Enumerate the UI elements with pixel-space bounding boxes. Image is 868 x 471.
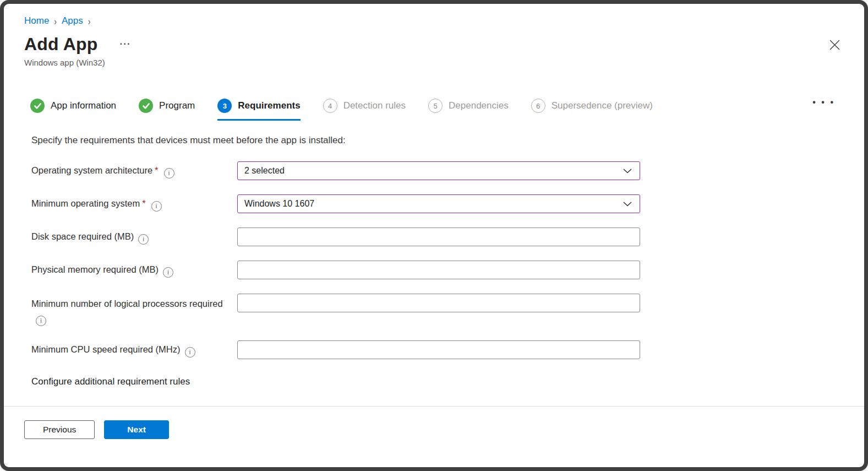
logical-processors-input[interactable] bbox=[237, 294, 640, 312]
step-supersedence[interactable]: 6 Supersedence (preview) bbox=[531, 99, 653, 119]
form-row-disk-space: Disk space required (MB)i bbox=[31, 228, 842, 246]
form-row-os-architecture: Operating system architecture*i 2 select… bbox=[31, 161, 842, 180]
form-row-cpu-speed: Minimum CPU speed required (MHz)i bbox=[31, 340, 842, 359]
step-label: Requirements bbox=[238, 100, 300, 111]
step-dependencies[interactable]: 5 Dependencies bbox=[428, 99, 509, 119]
step-app-information[interactable]: App information bbox=[30, 99, 116, 119]
dropdown-selected-value: Windows 10 1607 bbox=[244, 199, 314, 209]
step-label: Program bbox=[159, 100, 195, 111]
more-options-ellipsis-icon[interactable]: ... bbox=[120, 36, 131, 47]
cpu-speed-input[interactable] bbox=[237, 340, 640, 359]
page-instruction-text: Specify the requirements that devices mu… bbox=[31, 135, 842, 146]
field-label: Minimum number of logical processors req… bbox=[31, 294, 237, 326]
step-detection-rules[interactable]: 4 Detection rules bbox=[323, 99, 406, 119]
header: Add App ... bbox=[24, 33, 842, 55]
breadcrumb: Home › Apps › bbox=[24, 15, 842, 26]
minimum-os-dropdown[interactable]: Windows 10 1607 bbox=[237, 194, 640, 213]
wizard-steps: App information Program 3 Requirements 4… bbox=[30, 99, 842, 121]
step-label: App information bbox=[51, 100, 116, 111]
info-icon[interactable]: i bbox=[185, 347, 195, 358]
field-label: Minimum CPU speed required (MHz)i bbox=[31, 342, 237, 358]
steps-overflow-ellipsis-icon[interactable]: • • • bbox=[812, 98, 835, 107]
close-icon[interactable] bbox=[827, 37, 842, 52]
step-requirements[interactable]: 3 Requirements bbox=[217, 99, 300, 121]
info-icon[interactable]: i bbox=[151, 201, 162, 212]
required-asterisk: * bbox=[155, 165, 158, 175]
step-label: Dependencies bbox=[449, 100, 509, 111]
info-icon[interactable]: i bbox=[164, 168, 174, 178]
breadcrumb-apps-link[interactable]: Apps bbox=[62, 15, 83, 26]
dropdown-selected-value: 2 selected bbox=[244, 166, 285, 176]
field-label: Minimum operating system*i bbox=[31, 196, 237, 212]
form-row-physical-memory: Physical memory required (MB)i bbox=[31, 261, 842, 279]
wizard-footer: Previous Next bbox=[4, 407, 864, 439]
field-label: Operating system architecture*i bbox=[31, 163, 237, 178]
info-icon[interactable]: i bbox=[138, 234, 149, 245]
step-complete-check-icon bbox=[139, 99, 153, 113]
configure-additional-rules-link[interactable]: Configure additional requirement rules bbox=[31, 376, 842, 387]
info-icon[interactable]: i bbox=[163, 267, 173, 278]
previous-button[interactable]: Previous bbox=[24, 420, 95, 439]
step-number-badge: 6 bbox=[531, 99, 545, 113]
os-architecture-dropdown[interactable]: 2 selected bbox=[237, 161, 640, 180]
chevron-down-icon bbox=[623, 202, 632, 207]
page-subtitle: Windows app (Win32) bbox=[24, 58, 842, 67]
step-label: Detection rules bbox=[343, 100, 406, 111]
step-number-badge: 5 bbox=[428, 99, 443, 113]
chevron-down-icon bbox=[623, 169, 632, 174]
step-program[interactable]: Program bbox=[139, 99, 195, 119]
info-icon[interactable]: i bbox=[36, 316, 46, 326]
requirements-form: Operating system architecture*i 2 select… bbox=[31, 161, 842, 359]
page-title: Add App bbox=[24, 33, 98, 55]
breadcrumb-separator: › bbox=[54, 15, 57, 27]
add-app-dialog: Home › Apps › Add App ... Windows app (W… bbox=[0, 0, 868, 471]
next-button[interactable]: Next bbox=[104, 420, 169, 439]
disk-space-input[interactable] bbox=[237, 228, 640, 246]
field-label: Physical memory required (MB)i bbox=[31, 262, 237, 278]
step-label: Supersedence (preview) bbox=[552, 100, 653, 111]
form-row-minimum-os: Minimum operating system*i Windows 10 16… bbox=[31, 194, 842, 213]
step-complete-check-icon bbox=[30, 99, 45, 113]
form-row-logical-processors: Minimum number of logical processors req… bbox=[31, 294, 842, 326]
breadcrumb-separator: › bbox=[88, 15, 91, 27]
breadcrumb-home-link[interactable]: Home bbox=[24, 15, 49, 26]
physical-memory-input[interactable] bbox=[237, 261, 640, 279]
required-asterisk: * bbox=[142, 198, 145, 208]
step-number-badge: 4 bbox=[323, 99, 337, 113]
step-number-badge: 3 bbox=[217, 99, 232, 113]
field-label: Disk space required (MB)i bbox=[31, 229, 237, 245]
